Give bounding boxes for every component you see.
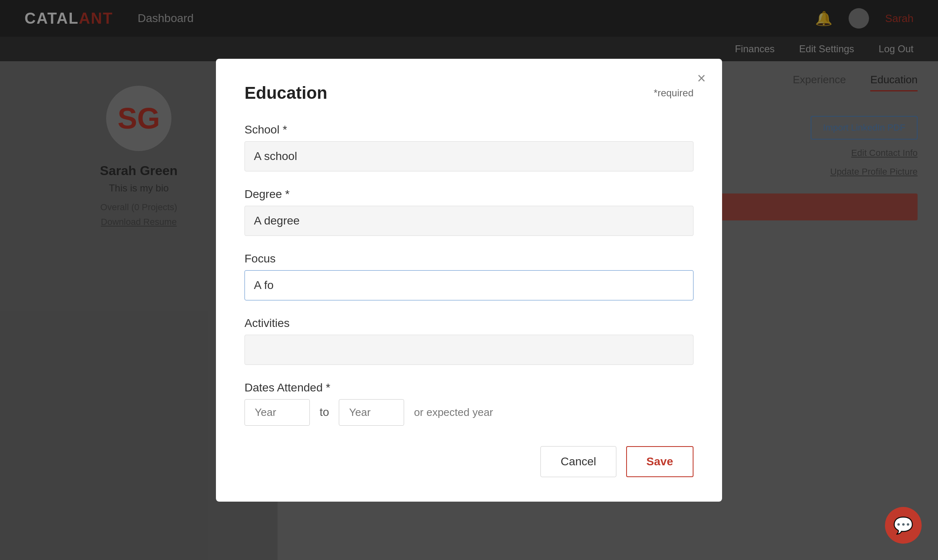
degree-label: Degree * [245, 188, 693, 201]
dates-label: Dates Attended * [245, 381, 693, 394]
modal-close-button[interactable]: × [697, 71, 706, 86]
degree-input[interactable] [245, 206, 693, 236]
year-to-input[interactable] [339, 399, 404, 426]
modal-title: Education [245, 83, 327, 103]
focus-input[interactable] [245, 270, 693, 300]
chat-bubble-icon: 💬 [893, 516, 914, 535]
modal-header: Education *required [245, 83, 693, 103]
degree-form-group: Degree * [245, 188, 693, 236]
focus-form-group: Focus [245, 252, 693, 300]
year-from-input[interactable] [245, 399, 310, 426]
save-button[interactable]: Save [626, 446, 693, 477]
chat-bubble-button[interactable]: 💬 [885, 507, 922, 544]
school-form-group: School * [245, 123, 693, 171]
school-label: School * [245, 123, 693, 136]
dates-note: or expected year [414, 406, 493, 419]
dates-form-group: Dates Attended * to or expected year [245, 381, 693, 426]
modal-required-label: *required [654, 87, 693, 99]
activities-input[interactable] [245, 335, 693, 365]
school-input[interactable] [245, 141, 693, 171]
dates-separator: to [320, 406, 329, 419]
focus-label: Focus [245, 252, 693, 265]
activities-form-group: Activities [245, 317, 693, 365]
modal-footer: Cancel Save [245, 446, 693, 477]
activities-label: Activities [245, 317, 693, 330]
cancel-button[interactable]: Cancel [540, 446, 616, 477]
education-modal: × Education *required School * Degree * … [216, 59, 722, 502]
modal-overlay: × Education *required School * Degree * … [0, 0, 938, 560]
dates-row: to or expected year [245, 399, 693, 426]
